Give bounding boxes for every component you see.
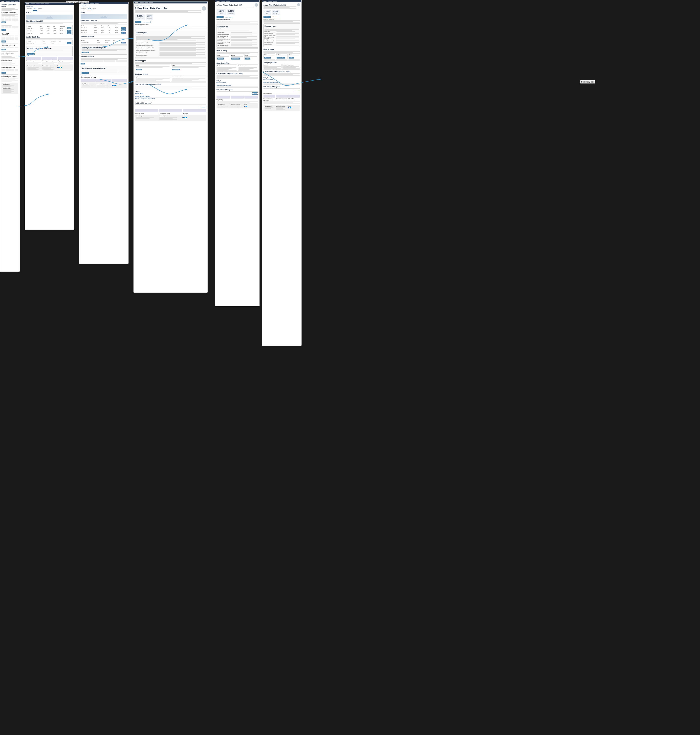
p3-linkedin[interactable] xyxy=(115,85,116,86)
apply-btn-4[interactable]: Apply xyxy=(1,48,6,50)
twitter-icon[interactable] xyxy=(59,67,60,68)
nav-item-17[interactable] xyxy=(273,1,277,2)
p6-phone-btn[interactable]: Call us xyxy=(289,57,294,59)
p6-apply-btn[interactable]: Apply now xyxy=(263,16,270,18)
apply-btn-5[interactable]: Apply xyxy=(1,72,6,73)
nav-item-3[interactable] xyxy=(15,1,18,2)
notice-row-2 xyxy=(1,70,18,71)
online-apply-btn[interactable]: Apply now xyxy=(136,69,142,70)
nav-item-14[interactable] xyxy=(222,1,225,2)
p5-post-btn[interactable]: Download form xyxy=(231,57,240,59)
p6-post-btn[interactable]: Download form xyxy=(276,57,285,59)
tab-isas[interactable]: ISAs xyxy=(32,7,37,10)
apply-btn-fixed-2yr[interactable]: Apply xyxy=(67,30,71,32)
p6-hero: 1 Year Fixed Rate Cash ISA xyxy=(263,3,300,9)
p5-footer-cols: Help & Support Personal Products Social xyxy=(218,104,257,107)
bc4-savings[interactable]: Savings xyxy=(135,4,138,6)
nav-item-2[interactable] xyxy=(10,1,14,2)
faq-q1[interactable]: What is an ISA? xyxy=(135,93,206,95)
j-apply-1[interactable]: Apply xyxy=(67,42,72,44)
compare-btn[interactable]: Compare xyxy=(200,106,206,108)
p3-twitter[interactable] xyxy=(113,85,115,86)
p5-phone-btn[interactable]: Call us xyxy=(245,57,250,59)
p5-apply-now[interactable]: Apply now xyxy=(216,16,223,18)
p5-faq-q2[interactable]: What is account interest? xyxy=(216,85,258,87)
apply-1yr[interactable]: Apply xyxy=(67,27,72,29)
nav-item-12[interactable] xyxy=(145,2,148,3)
apply-3yr[interactable]: Apply xyxy=(67,32,72,34)
logo-6 xyxy=(263,1,266,2)
bc4-isas[interactable]: ISAs xyxy=(140,4,142,6)
p3-transfer-btn-2[interactable]: Transfer ISA xyxy=(82,72,89,74)
p5-facebook[interactable] xyxy=(244,106,246,107)
apply-2yr[interactable]: Apply xyxy=(67,29,72,32)
faq-q2[interactable]: What is account interest? xyxy=(135,95,206,98)
find-out-btn-4[interactable]: Find out more xyxy=(142,21,151,23)
p5-find-out[interactable]: Find out more xyxy=(224,16,232,18)
p5-sb-c5: How do I open and manage my account? xyxy=(218,41,231,44)
nav-item-16[interactable] xyxy=(268,1,272,2)
apply-btn-fixed-1yr[interactable]: Apply xyxy=(67,28,71,29)
p5-online-btn[interactable]: Apply now xyxy=(217,57,224,59)
page-1-content: Savings to suit your needs Savings Accou… xyxy=(0,2,19,95)
p5-faq-q1[interactable]: What is an ISA? xyxy=(216,82,258,84)
p6-twitter[interactable] xyxy=(290,107,291,109)
p3-act2[interactable]: Apply xyxy=(121,29,126,31)
p6-find-btn[interactable]: Find out more xyxy=(271,16,279,18)
tab3-savings[interactable]: Savings xyxy=(81,7,87,10)
p6-compare-btn[interactable]: Compare xyxy=(294,89,300,92)
apply-btn-1[interactable]: Apply xyxy=(1,22,6,23)
f4-linkedin[interactable] xyxy=(186,117,187,118)
p3-j-apply[interactable]: Apply xyxy=(121,42,126,44)
p3-facebook[interactable] xyxy=(112,85,113,86)
p3-transfer-btn-1[interactable]: Transfer ISA xyxy=(82,51,89,53)
tab3-isas[interactable]: ISAs xyxy=(87,7,92,10)
nav-item-15[interactable] xyxy=(226,1,230,2)
p5-twitter[interactable] xyxy=(246,106,247,107)
nav-item-13[interactable] xyxy=(149,2,153,3)
nav-item-7[interactable] xyxy=(45,3,49,4)
p3-apply-btn-2[interactable]: Apply xyxy=(121,29,126,31)
p5-compare-btn[interactable]: Compare xyxy=(251,92,258,95)
p3-jd-apply[interactable]: Apply xyxy=(81,63,85,65)
nav-item-1[interactable] xyxy=(6,1,10,2)
p3-apply-btn-1[interactable]: Apply xyxy=(121,27,126,29)
f4-facebook[interactable] xyxy=(182,117,184,118)
nav-item-4[interactable] xyxy=(31,3,35,4)
tab-notice[interactable]: Notice xyxy=(37,7,43,10)
faq-q3[interactable]: What is a Stocks and Shares ISA? xyxy=(135,98,206,100)
breadcrumb-savings[interactable]: Savings xyxy=(26,6,29,7)
p3-j-row1: Junior Cash ISA 2.65% 2.62% 1 Apply xyxy=(81,41,126,44)
table-header-row xyxy=(1,16,18,17)
apply-btn-fixed-3yr[interactable]: Apply xyxy=(67,32,71,34)
p3-jact[interactable]: Apply xyxy=(121,41,126,44)
nav-item-11[interactable] xyxy=(140,2,144,3)
already-have-isa-heading: Already have an existing ISA? xyxy=(27,47,72,49)
p6-faq-q2[interactable]: What is account interest? xyxy=(263,82,300,84)
apply-now-btn-4[interactable]: Apply now xyxy=(135,21,141,23)
p3-service-images xyxy=(81,79,127,82)
nav-item-6[interactable] xyxy=(41,3,44,4)
facebook-icon[interactable] xyxy=(57,67,59,68)
nav-item-9[interactable] xyxy=(90,3,94,4)
p3-apply-btn-3[interactable]: Apply xyxy=(121,32,126,34)
linkedin-icon[interactable] xyxy=(61,67,62,68)
f4-twitter[interactable] xyxy=(184,117,185,118)
p6-faq-q1[interactable]: What is an ISA? xyxy=(263,79,300,81)
apply-btn-3[interactable]: Apply xyxy=(1,41,6,42)
p3-act3[interactable]: Apply xyxy=(121,32,126,34)
tab-savings[interactable]: Savings xyxy=(26,7,32,10)
p6-online-btn[interactable]: Apply now xyxy=(264,57,271,59)
p3-already-isa-heading-1: Already have an existing ISA? xyxy=(82,47,126,49)
apply-btn-2[interactable]: Apply xyxy=(1,29,6,31)
tab3-notice[interactable]: Notice xyxy=(92,7,97,10)
bc3-savings[interactable]: Saving xyxy=(81,5,84,6)
nav-item-10[interactable] xyxy=(95,3,99,4)
p3-act1[interactable]: Apply xyxy=(121,27,126,29)
apply-btn-junior[interactable]: Apply xyxy=(67,42,71,44)
p6-facebook[interactable] xyxy=(288,107,289,109)
nav-item-5[interactable] xyxy=(36,3,40,4)
post-apply-btn[interactable]: Download form xyxy=(172,69,181,70)
footer-help-label: Help & Support xyxy=(28,65,41,66)
transfer-btn[interactable]: Transfer ISA xyxy=(27,53,35,55)
